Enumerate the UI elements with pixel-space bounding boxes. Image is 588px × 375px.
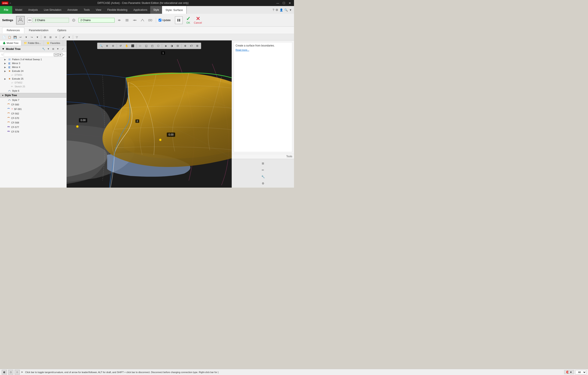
tree-item-extrude24[interactable]: ▶ ■ Extrude 24 <box>0 69 66 73</box>
search-add-button[interactable]: + <box>63 53 65 56</box>
tree-item-cf570[interactable]: CF-570 <box>0 116 66 120</box>
undo-dropdown-icon[interactable]: ▼ <box>24 35 29 40</box>
annotation-icon[interactable]: 🏷 <box>189 43 194 48</box>
update-checkbox[interactable] <box>159 19 161 22</box>
user-icon[interactable]: 👤 <box>280 8 283 12</box>
chain1-pick-icon[interactable] <box>27 18 32 22</box>
iso-view-icon[interactable]: ⬡ <box>155 43 161 48</box>
panel-tab-folder-browser[interactable]: 📁 Folder Bro... <box>21 40 44 46</box>
toolbar-delete-icon[interactable]: ✕ <box>53 35 59 40</box>
back-view-icon[interactable]: ◱ <box>143 43 149 48</box>
tree-item-style6[interactable]: Style 6 <box>0 88 66 93</box>
pan-icon[interactable]: ✋ <box>124 43 129 48</box>
toolbar-filter-icon[interactable]: ▽ <box>74 35 79 40</box>
grid-icon[interactable]: ⊞ <box>195 43 200 48</box>
menu-item-annotate[interactable]: Annotate <box>64 6 81 14</box>
panel-tab-favorites[interactable]: ⭐ Favorites <box>44 40 63 46</box>
right-toolbar-icon-3[interactable]: 🔧 <box>260 174 266 180</box>
front-view-icon[interactable]: □ <box>137 43 143 48</box>
pick-from-surface-icon[interactable] <box>71 17 77 23</box>
help-icon[interactable]: ? <box>273 8 274 12</box>
right-toolbar-icon-4[interactable]: ⚙ <box>260 180 266 186</box>
control-point-1[interactable] <box>76 125 79 128</box>
tab-references[interactable]: References <box>2 27 24 33</box>
minimize-button[interactable]: — <box>275 1 281 5</box>
right-toolbar-icon-2[interactable]: ✏ <box>260 167 266 173</box>
close-button[interactable]: ✕ <box>287 1 292 5</box>
toolbar-paint-icon[interactable]: 🖌 <box>61 35 66 40</box>
chain2-input[interactable] <box>78 18 115 22</box>
shading-icon[interactable]: ◑ <box>169 43 175 48</box>
tree-collapse-icon[interactable]: ⤢ <box>60 47 65 51</box>
collapse-all-icon[interactable]: ▼ <box>2 47 5 51</box>
tree-item-pattern3[interactable]: ▶ ⊞ Pattern 3 of Helical Sweep 1 <box>0 57 66 61</box>
tree-item-mirror3[interactable]: ▶ ◧ Mirror 3 <box>0 61 66 65</box>
menu-item-style[interactable]: Style <box>150 6 162 14</box>
datum-icon[interactable]: ⊕ <box>182 43 188 48</box>
control-point-2[interactable] <box>159 139 162 141</box>
redo-icon[interactable]: ↪ <box>29 35 34 40</box>
menu-item-analysis[interactable]: Analysis <box>25 6 41 14</box>
tree-item-cf577[interactable]: CF-577 <box>0 125 66 129</box>
read-more-link[interactable]: Read more... <box>236 49 249 51</box>
viewport[interactable]: 🔍 ⊕ ⊖ ↺ ✋ ⬛ □ ◱ ◰ ⬡ ◈ ◑ ⊟ ⊕ 🏷 ⊞ 1 2 <box>67 40 232 188</box>
zoom-in-icon[interactable]: ⊕ <box>104 43 110 48</box>
settings-gear-icon[interactable]: ⚙ <box>275 8 278 12</box>
tree-search-input[interactable] <box>4 53 54 56</box>
view-cube-icon[interactable]: ⬛ <box>130 43 135 48</box>
style-tree-header[interactable]: ▼ Style Tree <box>0 93 66 98</box>
toolbar-paint-dropdown-icon[interactable]: ▼ <box>67 35 72 40</box>
search-down-icon[interactable]: ▼ <box>58 53 63 56</box>
tree-item-cf568[interactable]: CF-568 <box>0 120 66 125</box>
tree-item-cf562[interactable]: CF-562 <box>0 111 66 116</box>
copy-icon[interactable]: 📋 <box>7 35 12 40</box>
cancel-button[interactable]: ✕ Cancel <box>194 16 202 24</box>
panel-tab-model-tree[interactable]: 🌲 Model Tree <box>0 40 21 46</box>
surface-flip-icon[interactable] <box>116 17 122 23</box>
redo-dropdown-icon[interactable]: ▼ <box>35 35 40 40</box>
flip-icon[interactable] <box>139 17 146 23</box>
tree-filter-icon[interactable]: 🔧 <box>42 47 46 51</box>
tree-settings-icon[interactable]: ⊞ <box>51 47 55 51</box>
ok-button[interactable]: ✓ OK <box>186 16 190 24</box>
tab-options[interactable]: Options <box>53 27 71 33</box>
undo-icon[interactable]: ↩ <box>18 35 23 40</box>
menu-item-tools[interactable]: Tools <box>81 6 93 14</box>
right-toolbar-icon-1[interactable]: ⊞ <box>260 160 266 166</box>
mirror-icon[interactable] <box>147 17 153 23</box>
tree-item-dtm32[interactable]: ▱ DTM32 <box>0 81 66 85</box>
zoom-out-icon[interactable]: ⊖ <box>110 43 116 48</box>
new-icon[interactable]: 📄 <box>1 35 6 40</box>
tree-item-sketch25[interactable]: ✏ Sketch 25 <box>0 85 66 88</box>
zoom-all-icon[interactable]: 🔍 <box>98 43 104 48</box>
menu-item-live-simulation[interactable]: Live Simulation <box>41 6 64 14</box>
tree-item-extrude25[interactable]: ▶ ■ Extrude 25 <box>0 77 66 81</box>
chevron-down-icon[interactable]: ▼ <box>289 8 292 12</box>
chain-settings-icon[interactable] <box>124 17 130 23</box>
save-icon[interactable]: 💾 <box>12 35 18 40</box>
tree-item-style7[interactable]: Style 7 <box>0 98 66 102</box>
toolbar-settings-icon[interactable]: ⚙ <box>42 35 48 40</box>
chain1-input[interactable] <box>33 18 69 22</box>
search-menu-icon[interactable]: 🔍 <box>284 8 288 12</box>
menu-item-file[interactable]: File <box>0 6 12 14</box>
pause-button[interactable] <box>175 16 183 24</box>
tree-dropdown-icon[interactable]: ▼ <box>46 47 51 51</box>
maximize-button[interactable]: ☐ <box>281 1 286 5</box>
rotate-icon[interactable]: ↺ <box>118 43 123 48</box>
menu-item-view[interactable]: View <box>93 6 104 14</box>
search-clear-button[interactable]: ✕ <box>54 53 58 56</box>
tree-item-sf581[interactable]: ✦ SF-581 <box>0 107 66 111</box>
display-mode-icon[interactable]: ◈ <box>163 43 168 48</box>
profile-icon[interactable] <box>16 16 25 24</box>
menu-item-model[interactable]: Model <box>12 6 25 14</box>
tree-item-cf578[interactable]: CF-578 <box>0 129 66 134</box>
options-icon[interactable] <box>132 17 138 23</box>
wireframe-icon[interactable]: ⊟ <box>175 43 180 48</box>
toolbar-group-icon[interactable]: ⊞ <box>48 35 53 40</box>
tab-parameterization[interactable]: Parameterization <box>24 27 53 33</box>
tree-item-mirror4[interactable]: ▶ ◧ Mirror 4 <box>0 65 66 69</box>
tree-more-icon[interactable]: ▼ <box>56 47 60 51</box>
tree-item-cf560[interactable]: CF-560 <box>0 102 66 107</box>
side-view-icon[interactable]: ◰ <box>149 43 155 48</box>
